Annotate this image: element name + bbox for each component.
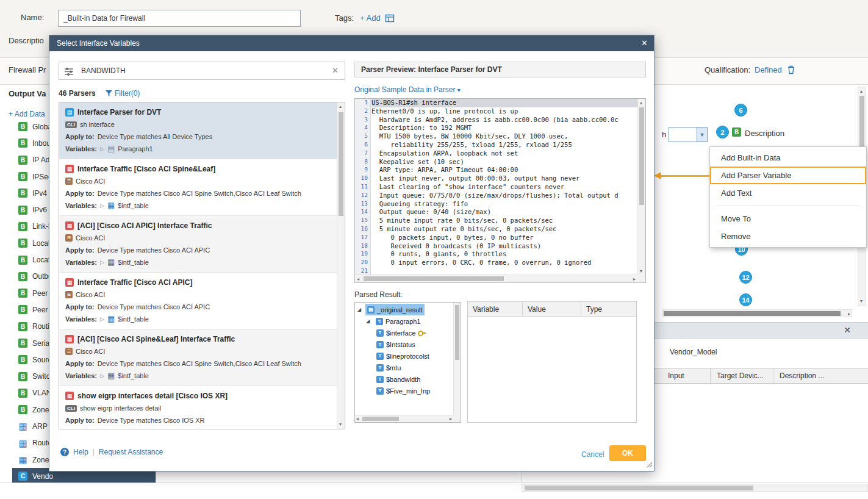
line-number: 11 bbox=[355, 183, 370, 192]
parser-item-show-eigrp-interfaces-detail-cisco-ios-xr[interactable]: ▦show eigrp interfaces detail [Cisco IOS… bbox=[59, 386, 338, 429]
variable-name: $intf_table bbox=[118, 372, 149, 379]
scroll-right-icon[interactable]: ▸ bbox=[633, 277, 636, 282]
paragraph-icon: ¶ bbox=[376, 318, 383, 325]
builtin-data-icon: B bbox=[18, 188, 27, 198]
output-variables-label: Output Va bbox=[9, 89, 46, 98]
scroll-left-icon[interactable]: ◂ bbox=[356, 417, 359, 422]
code-line: Ethernet0/0 is up, line protocol is up bbox=[371, 107, 637, 116]
scroll-right-icon[interactable]: ▸ bbox=[450, 417, 452, 422]
tree-node-original-result[interactable]: ◢▤_original_result bbox=[355, 304, 453, 315]
tree-v-scrollbar[interactable] bbox=[453, 303, 461, 415]
numbered-badge[interactable]: 12 bbox=[739, 271, 752, 284]
clear-search-icon[interactable]: ✕ bbox=[332, 66, 339, 75]
variable-name: Paragraph1 bbox=[118, 145, 153, 153]
expand-arrow-icon[interactable]: ▷ bbox=[100, 373, 104, 379]
menu-item-add-built-in-data[interactable]: Add Built-in Data bbox=[710, 149, 866, 167]
tree-node-lineprotocolst[interactable]: T$lineprotocolst bbox=[355, 350, 453, 362]
page-h-scrollbar[interactable] bbox=[522, 484, 868, 492]
result-icon: ▤ bbox=[367, 306, 375, 314]
parser-icon: ▦ bbox=[65, 278, 74, 287]
scroll-up-icon[interactable]: ▴ bbox=[860, 89, 863, 94]
scroll-left-icon[interactable]: ◂ bbox=[357, 277, 359, 282]
table-icon: ▦ bbox=[107, 202, 115, 209]
parser-source: Cisco ACI bbox=[76, 234, 105, 242]
menu-item-remove[interactable]: Remove bbox=[710, 228, 866, 245]
sample-data-toggle[interactable]: Original Sample Data in Parser ▾ bbox=[354, 85, 461, 94]
column-header-value[interactable]: Value bbox=[523, 302, 581, 316]
sample-data-editor[interactable]: 123456789101112131415161718192021 US-BOS… bbox=[354, 98, 646, 283]
paragraph-icon: ▤ bbox=[107, 145, 115, 153]
parser-item-aci-cisco-aci-spine-leaf-interface-traffic[interactable]: ▦[ACI] [Cisco ACI Spine&Leaf] Interface … bbox=[59, 329, 338, 386]
column-header-variable[interactable]: Variable bbox=[468, 302, 523, 316]
tree-h-scrollbar[interactable]: ◂ ▸ bbox=[355, 415, 453, 422]
parser-item-interface-traffic-cisco-aci-apic[interactable]: ▦Interface Traffic [Cisco ACI APIC]☰Cisc… bbox=[59, 273, 338, 329]
line-number: 21 bbox=[355, 267, 370, 275]
dialog-close-icon[interactable]: ✕ bbox=[641, 35, 648, 51]
qualification-defined-link[interactable]: Defined bbox=[755, 65, 782, 74]
scroll-down-icon[interactable]: ▾ bbox=[860, 299, 863, 304]
line-number: 2 bbox=[355, 107, 370, 116]
select-interface-variables-dialog: Select Interface Variables ✕ ✕ 46 Parser… bbox=[49, 35, 655, 472]
menu-item-move-to[interactable]: Move To bbox=[710, 210, 866, 228]
canvas-h-scrollbar[interactable]: ▸ bbox=[662, 309, 852, 317]
column-header-type[interactable]: Type bbox=[581, 302, 636, 316]
trash-icon[interactable] bbox=[787, 65, 795, 76]
scroll-down-icon[interactable]: ▾ bbox=[640, 269, 642, 274]
expand-arrow-icon[interactable]: ▷ bbox=[100, 203, 104, 209]
expanded-arrow-icon[interactable]: ◢ bbox=[366, 318, 371, 324]
column-header-target-device[interactable]: Target Devic... bbox=[711, 368, 773, 383]
expand-arrow-icon[interactable]: ▷ bbox=[100, 259, 104, 265]
scroll-up-icon[interactable]: ▴ bbox=[640, 101, 642, 106]
tree-node-interface[interactable]: T$interface bbox=[355, 327, 453, 339]
code-line: 5 minute input rate 0 bits/sec, 0 packet… bbox=[371, 217, 637, 225]
help-link[interactable]: Help bbox=[73, 448, 88, 456]
cancel-button[interactable]: Cancel bbox=[581, 450, 604, 459]
tree-node-mtu[interactable]: T$mtu bbox=[355, 362, 453, 373]
expanded-arrow-icon[interactable]: ◢ bbox=[357, 307, 363, 312]
sidebar-item-label: Vendo bbox=[32, 472, 53, 481]
column-header-description[interactable]: Description ... bbox=[773, 368, 868, 383]
request-assistance-link[interactable]: Request Assistance bbox=[99, 448, 163, 456]
scroll-down-icon[interactable]: ▾ bbox=[339, 422, 342, 427]
chevron-down-icon[interactable]: ▼ bbox=[697, 127, 707, 142]
numbered-badge[interactable]: 2 bbox=[716, 126, 729, 138]
expand-arrow-icon[interactable]: ▷ bbox=[100, 316, 104, 322]
scroll-up-icon[interactable]: ▴ bbox=[339, 104, 342, 109]
parser-item-interface-parser-for-dvt[interactable]: ▤Interface Parser for DVTCLIsh interface… bbox=[59, 102, 338, 159]
editor-h-scrollbar[interactable]: ◂ ▸ bbox=[355, 275, 637, 282]
name-input[interactable] bbox=[58, 10, 301, 27]
resize-handle-icon[interactable] bbox=[646, 461, 653, 470]
add-data-link[interactable]: + Add Data bbox=[9, 110, 45, 118]
parser-list-scrollbar[interactable]: ▴ ▾ bbox=[337, 102, 345, 429]
tags-icon[interactable] bbox=[385, 13, 395, 25]
tree-node-five-min-inp[interactable]: T$Five_min_Inp bbox=[355, 385, 453, 397]
tree-node-bandwidth[interactable]: T$bandwidth bbox=[355, 373, 453, 385]
parser-item-aci-cisco-aci-apic-interface-traffic[interactable]: ▦[ACI] [Cisco ACI APIC] Interface Traffi… bbox=[59, 216, 338, 273]
numbered-badge[interactable]: 6 bbox=[734, 104, 747, 117]
parser-list: ▤Interface Parser for DVTCLIsh interface… bbox=[59, 102, 345, 429]
scroll-right-icon[interactable]: ▸ bbox=[848, 312, 850, 317]
editor-v-scrollbar[interactable]: ▴ ▾ bbox=[637, 99, 645, 276]
numbered-badge[interactable]: 14 bbox=[739, 293, 752, 306]
tree-node-paragraph1[interactable]: ◢¶Paragraph1 bbox=[355, 315, 453, 327]
variable-name: $intf_table bbox=[118, 315, 149, 323]
tree-node-intstatus[interactable]: T$Intstatus bbox=[355, 339, 453, 350]
type-dropdown[interactable]: ▼ bbox=[669, 127, 708, 142]
parser-item-interface-traffic-cisco-aci-spine-leaf[interactable]: ▦Interface Traffic [Cisco ACI Spine&Leaf… bbox=[59, 159, 338, 216]
column-header-input[interactable]: Input bbox=[655, 368, 711, 383]
expand-arrow-icon[interactable]: ▷ bbox=[100, 146, 104, 152]
close-icon[interactable]: ✕ bbox=[844, 325, 851, 335]
menu-item-add-text[interactable]: Add Text bbox=[710, 184, 866, 202]
parser-name: Interface Traffic [Cisco ACI APIC] bbox=[77, 278, 192, 287]
add-tag-link[interactable]: + Add bbox=[360, 13, 381, 23]
name-label: Name: bbox=[21, 13, 44, 22]
tree-node-label: Paragraph1 bbox=[386, 318, 421, 325]
filter-link[interactable]: Filter(0) bbox=[106, 89, 140, 98]
variables-label: Variables: bbox=[65, 372, 97, 379]
variable-icon: T bbox=[376, 329, 384, 337]
ok-button[interactable]: OK bbox=[609, 445, 646, 461]
parsed-result-label: Parsed Result: bbox=[354, 290, 403, 299]
menu-item-add-parser-variable[interactable]: Add Parser Variable bbox=[710, 167, 866, 184]
cisco-aci-icon: ☰ bbox=[65, 178, 73, 185]
parser-search-input[interactable] bbox=[80, 63, 324, 79]
